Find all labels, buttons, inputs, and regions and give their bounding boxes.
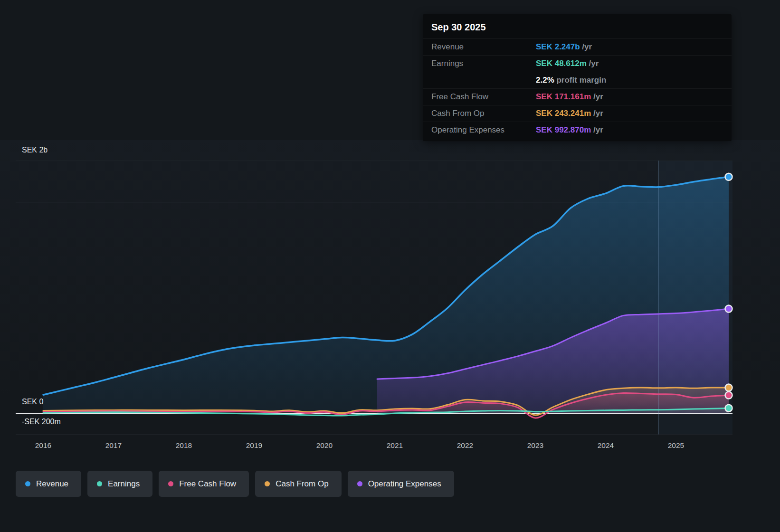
legend-item-earnings[interactable]: Earnings <box>87 471 152 497</box>
row-value: SEK 2.247b /yr <box>536 42 592 52</box>
row-label: Free Cash Flow <box>431 92 488 101</box>
x-tick-2025: 2025 <box>661 441 691 450</box>
x-tick-2020: 2020 <box>309 441 340 450</box>
value-suffix: /yr <box>589 59 599 68</box>
cash-from-op-end-marker <box>725 384 732 391</box>
row-label: Revenue <box>431 42 464 51</box>
legend-item-operating-expenses[interactable]: Operating Expenses <box>348 471 454 497</box>
chart-legend: Revenue Earnings Free Cash Flow Cash Fro… <box>16 471 454 497</box>
row-value: SEK 992.870m /yr <box>536 125 603 135</box>
row-label: Cash From Op <box>431 109 484 118</box>
row-value: 2.2% profit margin <box>536 76 606 85</box>
tooltip-row-free-cash-flow: Free Cash Flow SEK 171.161m /yr <box>423 88 732 105</box>
earnings-revenue-history-page: SEK 2b SEK 0 -SEK 200m 20162017201820192… <box>0 0 780 532</box>
legend-item-revenue[interactable]: Revenue <box>16 471 81 497</box>
profit-margin-text: profit margin <box>556 76 606 85</box>
revenue-end-marker <box>725 173 732 180</box>
y-axis-label-neg200m: -SEK 200m <box>22 418 61 426</box>
cash-from-op-legend-dot <box>265 481 270 486</box>
x-tick-2021: 2021 <box>380 441 410 450</box>
legend-label: Cash From Op <box>276 479 328 489</box>
operating-expenses-end-marker <box>725 305 732 313</box>
free-cash-flow-value: SEK 171.161m <box>536 92 591 101</box>
tooltip-row-operating-expenses: Operating Expenses SEK 992.870m /yr <box>423 122 732 138</box>
legend-label: Free Cash Flow <box>179 479 236 489</box>
tooltip-date: Sep 30 2025 <box>423 16 732 38</box>
row-label: Earnings <box>431 59 463 68</box>
profit-margin-value: 2.2% <box>536 76 554 85</box>
revenue-legend-dot <box>25 481 30 486</box>
x-axis: 2016201720182019202020212022202320242025 <box>0 441 780 453</box>
row-label: Operating Expenses <box>431 125 504 134</box>
value-suffix: /yr <box>593 109 603 118</box>
data-tooltip: Sep 30 2025 Revenue SEK 2.247b /yr Earni… <box>423 14 732 141</box>
x-tick-2017: 2017 <box>98 441 129 450</box>
legend-label: Earnings <box>108 479 140 489</box>
tooltip-row-cash-from-op: Cash From Op SEK 243.241m /yr <box>423 105 732 122</box>
y-axis-label-2b: SEK 2b <box>22 146 48 154</box>
revenue-value: SEK 2.247b <box>536 42 580 51</box>
row-value: SEK 171.161m /yr <box>536 92 603 102</box>
row-value: SEK 48.612m /yr <box>536 59 599 68</box>
operating-expenses-value: SEK 992.870m <box>536 125 591 134</box>
x-tick-2018: 2018 <box>169 441 199 450</box>
value-suffix: /yr <box>582 42 592 51</box>
free-cash-flow-end-marker <box>725 392 732 399</box>
y-axis-label-zero: SEK 0 <box>22 398 43 406</box>
x-tick-2016: 2016 <box>28 441 58 450</box>
operating-expenses-legend-dot <box>357 481 362 486</box>
cash-from-op-value: SEK 243.241m <box>536 109 591 118</box>
x-tick-2024: 2024 <box>590 441 621 450</box>
earnings-legend-dot <box>97 481 102 486</box>
value-suffix: /yr <box>593 125 603 134</box>
x-tick-2022: 2022 <box>450 441 480 450</box>
row-value: SEK 243.241m /yr <box>536 109 603 118</box>
value-suffix: /yr <box>593 92 603 101</box>
x-tick-2019: 2019 <box>239 441 269 450</box>
tooltip-row-earnings: Earnings SEK 48.612m /yr <box>423 55 732 72</box>
tooltip-row-revenue: Revenue SEK 2.247b /yr <box>423 38 732 55</box>
tooltip-row-profit-margin: 2.2% profit margin <box>423 72 732 88</box>
legend-item-free-cash-flow[interactable]: Free Cash Flow <box>159 471 249 497</box>
legend-item-cash-from-op[interactable]: Cash From Op <box>255 471 341 497</box>
earnings-value: SEK 48.612m <box>536 59 587 68</box>
earnings-end-marker <box>725 405 732 412</box>
legend-label: Revenue <box>36 479 68 489</box>
legend-label: Operating Expenses <box>368 479 441 489</box>
x-tick-2023: 2023 <box>520 441 551 450</box>
free-cash-flow-legend-dot <box>168 481 173 486</box>
